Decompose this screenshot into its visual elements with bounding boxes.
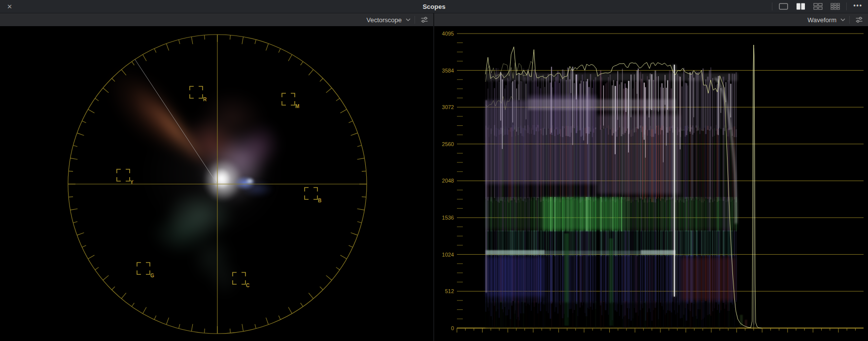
ellipsis-icon: ••• xyxy=(853,2,863,9)
target-box-R: R xyxy=(190,86,207,102)
waveform-axis-label: 1024 xyxy=(434,252,454,258)
target-box-Y: Y xyxy=(117,169,134,185)
titlebar-separator xyxy=(772,2,772,10)
waveform-axis-label: 4095 xyxy=(434,31,454,37)
chevron-down-icon xyxy=(840,18,845,21)
waveform-type-dropdown[interactable]: Waveform xyxy=(807,16,845,24)
title-bar: ✕ Scopes xyxy=(0,0,868,13)
window-title: Scopes xyxy=(0,0,868,13)
waveform-panel: 40953584307225602048153610245120 xyxy=(434,26,868,341)
waveform-axis-label: 512 xyxy=(434,288,454,294)
vectorscope-settings-button[interactable] xyxy=(419,15,430,25)
target-label: B xyxy=(318,198,321,203)
waveform-axis-label: 2048 xyxy=(434,178,454,184)
close-icon: ✕ xyxy=(7,3,12,10)
single-view-icon xyxy=(779,3,788,10)
waveform-trace xyxy=(486,45,762,328)
target-label: G xyxy=(150,273,154,278)
more-options-button[interactable]: ••• xyxy=(852,2,864,11)
waveform-toolbar: Waveform xyxy=(434,13,868,26)
layout-grid-button[interactable] xyxy=(829,2,841,11)
layout-single-button[interactable] xyxy=(777,2,790,11)
grid-view-icon xyxy=(831,3,840,10)
target-label: R xyxy=(203,97,207,102)
target-label: C xyxy=(246,283,249,288)
close-button[interactable]: ✕ xyxy=(4,0,15,13)
vectorscope-type-label: Vectorscope xyxy=(366,16,402,24)
sliders-icon xyxy=(855,16,863,24)
vectorscope-type-dropdown[interactable]: Vectorscope xyxy=(366,16,411,24)
vectorscope-toolbar: Vectorscope xyxy=(0,13,433,26)
layout-four-up-button[interactable] xyxy=(812,2,824,11)
waveform-axis-label: 3072 xyxy=(434,104,454,110)
vectorscope-graticule: RMYBGC xyxy=(0,26,433,341)
waveform-type-label: Waveform xyxy=(807,16,836,24)
waveform-settings-button[interactable] xyxy=(854,15,865,25)
titlebar-separator xyxy=(846,2,847,10)
layout-two-up-button[interactable] xyxy=(795,2,807,11)
waveform-axis-label: 1536 xyxy=(434,215,454,221)
two-up-view-icon xyxy=(796,3,805,10)
waveform-plot xyxy=(434,26,868,341)
titlebar-controls: ••• xyxy=(772,0,864,13)
chevron-down-icon xyxy=(406,18,411,21)
target-box-M: M xyxy=(282,93,299,109)
target-box-B: B xyxy=(305,188,321,203)
waveform-axis-label: 3584 xyxy=(434,68,454,74)
target-label: Y xyxy=(130,180,134,185)
four-up-view-icon xyxy=(813,3,823,10)
target-label: M xyxy=(295,104,299,109)
sliders-icon xyxy=(420,16,428,24)
vectorscope-panel: RMYBGC xyxy=(0,26,433,341)
waveform-axis-label: 2560 xyxy=(434,141,454,147)
target-box-G: G xyxy=(137,263,154,278)
toolbar-separator xyxy=(849,16,850,24)
toolbar-separator xyxy=(415,16,415,24)
scopes-window: { "window": { "title": "Scopes", "close_… xyxy=(0,0,868,341)
waveform-axis-label: 0 xyxy=(434,325,454,331)
target-box-C: C xyxy=(233,272,249,288)
